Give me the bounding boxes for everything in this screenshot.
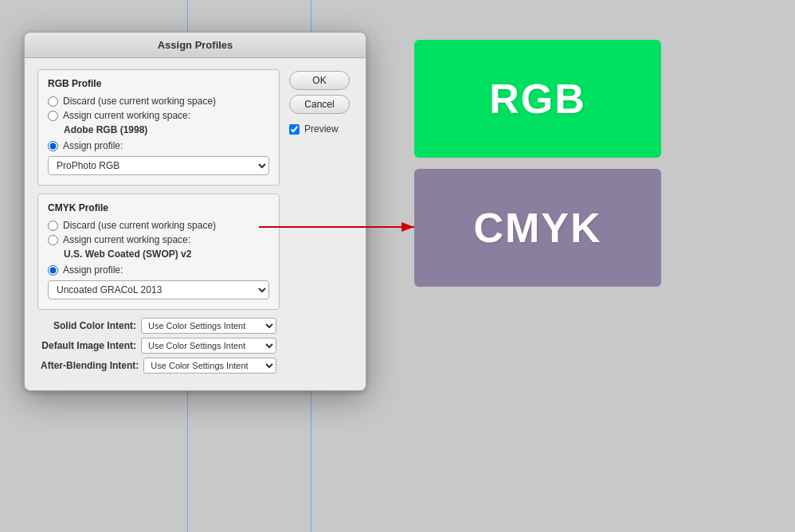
default-image-row: Default Image Intent: Use Color Settings… — [41, 338, 276, 354]
rgb-assign-current-row: Assign current working space: — [48, 110, 269, 121]
color-boxes-container: RGB CMYK — [414, 32, 661, 287]
cancel-button[interactable]: Cancel — [289, 95, 350, 114]
cmyk-profile-dropdown[interactable]: Uncoated GRACoL 2013 U.S. Web Coated (SW… — [48, 280, 269, 299]
rgb-profile-section: RGB Profile Discard (use current working… — [37, 69, 280, 186]
assign-profiles-dialog: Assign Profiles RGB Profile Discard (use… — [24, 32, 366, 391]
solid-color-row: Solid Color Intent: Use Color Settings I… — [41, 318, 276, 334]
default-image-label: Default Image Intent: — [41, 340, 136, 351]
cmyk-discard-label: Discard (use current working space) — [63, 220, 216, 231]
cmyk-profile-section: CMYK Profile Discard (use current workin… — [37, 194, 280, 310]
rgb-box-label: RGB — [489, 75, 586, 123]
intents-section: Solid Color Intent: Use Color Settings I… — [37, 318, 280, 374]
rgb-assign-profile-row: Assign profile: — [48, 140, 269, 151]
rgb-assign-label: Assign profile: — [63, 140, 123, 151]
color-boxes: RGB CMYK — [414, 32, 661, 287]
rgb-discard-label: Discard (use current working space) — [63, 96, 216, 107]
rgb-discard-radio[interactable] — [48, 96, 58, 107]
cmyk-color-box: CMYK — [414, 169, 661, 287]
preview-checkbox[interactable] — [289, 124, 300, 135]
rgb-discard-row: Discard (use current working space) — [48, 96, 269, 107]
rgb-current-label: Assign current working space: — [63, 110, 190, 121]
rgb-current-radio[interactable] — [48, 111, 58, 121]
ok-button[interactable]: OK — [289, 71, 350, 90]
dialog-left-panel: RGB Profile Discard (use current working… — [37, 69, 280, 377]
rgb-section-title: RGB Profile — [48, 78, 269, 89]
main-layout: Assign Profiles RGB Profile Discard (use… — [0, 0, 795, 423]
cmyk-box-label: CMYK — [473, 204, 601, 252]
rgb-profile-dropdown[interactable]: ProPhoto RGB sRGB IEC61966-2.1 Adobe RGB… — [48, 156, 269, 175]
cmyk-assign-current-row: Assign current working space: — [48, 234, 269, 245]
cmyk-working-space-name: U.S. Web Coated (SWOP) v2 — [64, 248, 269, 260]
after-blending-row: After-Blending Intent: Use Color Setting… — [41, 358, 276, 374]
preview-label: Preview — [304, 123, 339, 135]
cmyk-section-title: CMYK Profile — [48, 202, 269, 213]
rgb-assign-radio[interactable] — [48, 141, 58, 151]
dialog-body: RGB Profile Discard (use current working… — [25, 58, 366, 390]
cmyk-assign-label: Assign profile: — [63, 264, 123, 276]
cmyk-discard-radio[interactable] — [48, 221, 58, 231]
cmyk-current-radio[interactable] — [48, 235, 58, 245]
default-image-dropdown[interactable]: Use Color Settings Intent Perceptual Sat… — [141, 338, 276, 354]
cmyk-discard-row: Discard (use current working space) — [48, 220, 269, 231]
cmyk-assign-profile-row: Assign profile: — [48, 264, 269, 276]
after-blending-dropdown[interactable]: Use Color Settings Intent Perceptual Sat… — [143, 358, 276, 374]
cmyk-assign-radio[interactable] — [48, 265, 58, 276]
solid-color-label: Solid Color Intent: — [41, 320, 136, 331]
after-blending-label: After-Blending Intent: — [41, 360, 139, 371]
dialog-right-panel: OK Cancel Preview — [289, 69, 353, 377]
dialog-title: Assign Profiles — [25, 33, 366, 58]
preview-row: Preview — [289, 123, 353, 135]
rgb-color-box: RGB — [414, 40, 661, 158]
rgb-working-space-name: Adobe RGB (1998) — [64, 124, 269, 135]
cmyk-current-label: Assign current working space: — [63, 234, 190, 245]
solid-color-dropdown[interactable]: Use Color Settings Intent Perceptual Sat… — [141, 318, 276, 334]
